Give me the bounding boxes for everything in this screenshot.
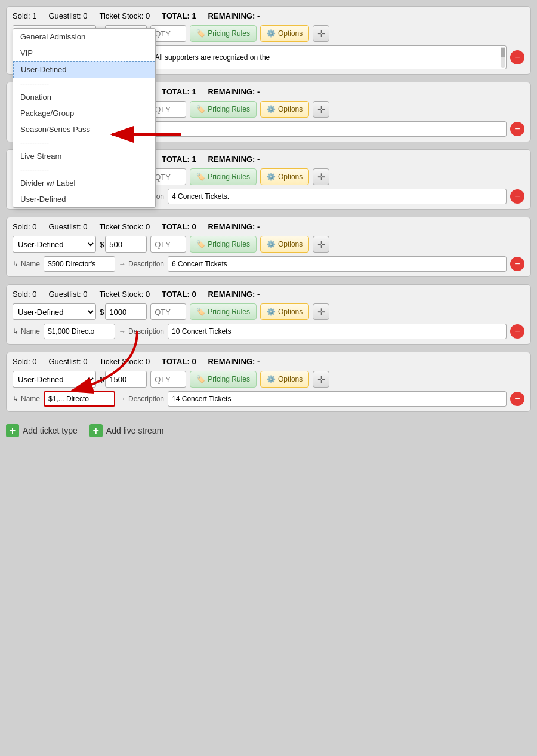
dollar-sign-4: $ bbox=[100, 240, 104, 249]
remove-button-6[interactable]: − bbox=[510, 392, 524, 406]
name-desc-row-5: ↳ Name → Description − bbox=[13, 324, 524, 339]
sold-label-1: Sold: 1 bbox=[13, 11, 36, 20]
dd-package-group[interactable]: Package/Group bbox=[13, 105, 155, 121]
options-button-1[interactable]: ⚙️ Options bbox=[260, 25, 309, 42]
stats-row-5: Sold: 0 Guestlist: 0 Ticket Stock: 0 TOT… bbox=[13, 290, 524, 299]
controls-row-5: User-Defined $ 🏷️ Pricing Rules ⚙️ Optio… bbox=[13, 303, 524, 320]
remove-button-4[interactable]: − bbox=[510, 257, 524, 271]
remaining-label-1: REMAINING: - bbox=[208, 11, 260, 20]
plus-icon-stream: + bbox=[90, 424, 103, 437]
ticket-block-5: Sold: 0 Guestlist: 0 Ticket Stock: 0 TOT… bbox=[6, 284, 531, 345]
remove-button-3[interactable]: − bbox=[510, 189, 524, 204]
move-handle-4[interactable]: ✛ bbox=[313, 236, 329, 253]
price-wrapper-5: $ bbox=[100, 303, 147, 320]
dd-divider-label[interactable]: Divider w/ Label bbox=[13, 175, 155, 191]
dollar-sign-5: $ bbox=[100, 308, 104, 316]
pricing-rules-button-5[interactable]: 🏷️ Pricing Rules bbox=[190, 303, 257, 320]
guestlist-label-1: Guestlist: 0 bbox=[48, 11, 87, 20]
name-input-4[interactable] bbox=[44, 256, 115, 272]
options-button-2[interactable]: ⚙️ Options bbox=[260, 101, 309, 118]
qty-input-4[interactable] bbox=[150, 236, 186, 253]
desc-input-3[interactable] bbox=[168, 189, 507, 204]
options-button-5[interactable]: ⚙️ Options bbox=[260, 303, 309, 320]
remaining-label-5: REMAINING: - bbox=[208, 290, 260, 299]
pricing-rules-button-2[interactable]: 🏷️ Pricing Rules bbox=[190, 101, 257, 118]
pricing-rules-button-1[interactable]: 🏷️ Pricing Rules bbox=[190, 25, 257, 42]
remove-button-5[interactable]: − bbox=[510, 324, 524, 339]
scroll-indicator-1 bbox=[501, 47, 505, 68]
pricing-rules-button-4[interactable]: 🏷️ Pricing Rules bbox=[190, 236, 257, 253]
guestlist-label-4: Guestlist: 0 bbox=[48, 222, 87, 231]
remove-button-1[interactable]: − bbox=[510, 50, 524, 64]
qty-input-1[interactable] bbox=[150, 25, 186, 42]
controls-row-6: User-Defined $ 🏷️ Pricing Rules ⚙️ Optio… bbox=[13, 371, 524, 388]
dd-vip[interactable]: VIP bbox=[13, 45, 155, 61]
move-handle-2[interactable]: ✛ bbox=[313, 101, 329, 118]
price-wrapper-6: $ bbox=[100, 371, 147, 388]
dd-sep-3: ------------ bbox=[13, 164, 155, 175]
dd-user-defined-2[interactable]: User-Defined bbox=[13, 191, 155, 207]
add-ticket-button[interactable]: + Add ticket type bbox=[6, 424, 78, 437]
remove-button-2[interactable]: − bbox=[510, 122, 524, 136]
name-input-5[interactable] bbox=[44, 324, 115, 339]
move-handle-6[interactable]: ✛ bbox=[313, 371, 329, 388]
ticket-stock-label-6: Ticket Stock: 0 bbox=[100, 357, 150, 366]
move-handle-5[interactable]: ✛ bbox=[313, 303, 329, 320]
price-input-5[interactable] bbox=[105, 303, 147, 320]
price-input-6[interactable] bbox=[105, 371, 147, 388]
type-select-5[interactable]: User-Defined bbox=[13, 303, 96, 320]
tag-icon-1: 🏷️ bbox=[196, 29, 205, 38]
name-desc-row-6: ↳ Name → Description − bbox=[13, 391, 524, 407]
stats-row-6: Sold: 0 Guestlist: 0 Ticket Stock: 0 TOT… bbox=[13, 357, 524, 366]
options-button-4[interactable]: ⚙️ Options bbox=[260, 236, 309, 253]
gear-icon-4: ⚙️ bbox=[267, 240, 276, 248]
bottom-actions: + Add ticket type + Add live stream bbox=[6, 419, 531, 442]
sold-label-5: Sold: 0 bbox=[13, 290, 36, 299]
type-select-4[interactable]: User-Defined bbox=[13, 236, 96, 253]
remaining-label-2: REMAINING: - bbox=[208, 87, 260, 96]
sold-label-6: Sold: 0 bbox=[13, 357, 36, 366]
desc-input-4[interactable] bbox=[168, 256, 507, 272]
dollar-sign-6: $ bbox=[100, 375, 104, 384]
qty-input-6[interactable] bbox=[150, 371, 186, 388]
ticket-block-4: Sold: 0 Guestlist: 0 Ticket Stock: 0 TOT… bbox=[6, 217, 531, 277]
scroll-thumb-1 bbox=[501, 48, 505, 57]
type-select-6[interactable]: User-Defined bbox=[13, 371, 96, 388]
arrow-right-icon-5: → bbox=[119, 327, 126, 336]
name-label-5: ↳ Name bbox=[13, 327, 40, 336]
dd-live-stream[interactable]: Live Stream bbox=[13, 148, 155, 164]
tag-icon-3: 🏷️ bbox=[196, 173, 205, 181]
plus-icon-ticket: + bbox=[6, 424, 19, 437]
dd-user-defined-1[interactable]: User-Defined bbox=[13, 61, 155, 78]
dd-sep-2: ------------ bbox=[13, 137, 155, 148]
move-handle-3[interactable]: ✛ bbox=[313, 168, 329, 185]
desc-label-6: → Description bbox=[119, 395, 164, 403]
add-stream-button[interactable]: + Add live stream bbox=[90, 424, 163, 437]
guestlist-label-5: Guestlist: 0 bbox=[48, 290, 87, 299]
dd-donation[interactable]: Donation bbox=[13, 89, 155, 105]
total-label-1: TOTAL: 1 bbox=[162, 11, 196, 20]
total-label-4: TOTAL: 0 bbox=[162, 222, 196, 231]
remaining-label-4: REMAINING: - bbox=[208, 222, 260, 231]
name-input-6[interactable] bbox=[44, 391, 115, 407]
pricing-rules-button-6[interactable]: 🏷️ Pricing Rules bbox=[190, 371, 257, 388]
options-button-6[interactable]: ⚙️ Options bbox=[260, 371, 309, 388]
dd-general-admission[interactable]: General Admission bbox=[13, 29, 155, 45]
desc-input-6[interactable] bbox=[168, 391, 507, 407]
arrow-right-icon-6: → bbox=[119, 395, 126, 403]
dd-season-pass[interactable]: Season/Series Pass bbox=[13, 121, 155, 137]
options-button-3[interactable]: ⚙️ Options bbox=[260, 168, 309, 185]
desc-input-5[interactable] bbox=[168, 324, 507, 339]
move-handle-1[interactable]: ✛ bbox=[313, 25, 329, 42]
qty-input-5[interactable] bbox=[150, 303, 186, 320]
price-input-4[interactable] bbox=[105, 236, 147, 253]
gear-icon-5: ⚙️ bbox=[267, 308, 276, 316]
arrow-right-icon-4: → bbox=[119, 260, 126, 268]
type-dropdown-1[interactable]: General Admission VIP User-Defined -----… bbox=[13, 28, 156, 208]
remaining-label-6: REMAINING: - bbox=[208, 357, 260, 366]
pricing-rules-button-3[interactable]: 🏷️ Pricing Rules bbox=[190, 168, 257, 185]
qty-input-2[interactable] bbox=[150, 101, 186, 118]
desc-label-4: → Description bbox=[119, 260, 164, 268]
qty-input-3[interactable] bbox=[150, 168, 186, 185]
name-desc-row-4: ↳ Name → Description − bbox=[13, 256, 524, 272]
